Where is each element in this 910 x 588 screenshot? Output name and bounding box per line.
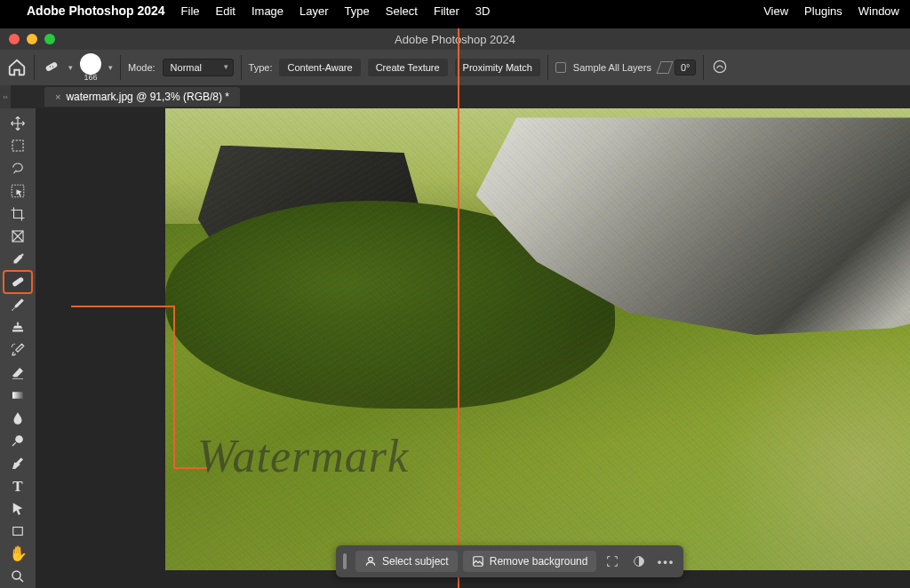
document-tab-label: watermark.jpg @ 91,3% (RGB/8) * [66, 91, 229, 103]
macos-menubar: Adobe Photoshop 2024 File Edit Image Lay… [0, 0, 910, 21]
type-content-aware-button[interactable]: Content-Aware [279, 59, 360, 76]
brush-tool[interactable] [4, 293, 32, 316]
svg-rect-0 [45, 61, 59, 72]
blur-tool[interactable] [4, 407, 32, 430]
remove-background-button[interactable]: Remove background [463, 551, 597, 572]
annotation-line [71, 306, 175, 307]
pen-tool[interactable] [4, 452, 32, 475]
menu-select[interactable]: Select [386, 4, 418, 18]
select-subject-button[interactable]: Select subject [355, 551, 458, 572]
svg-point-2 [52, 66, 54, 68]
brush-preview[interactable]: 166 [80, 53, 101, 82]
crop-tool[interactable] [4, 203, 32, 226]
pressure-size-icon[interactable] [711, 58, 729, 77]
history-brush-tool[interactable] [4, 338, 32, 362]
adjustment-icon[interactable] [628, 551, 650, 572]
path-select-tool[interactable] [4, 497, 32, 520]
move-tool[interactable] [4, 112, 32, 135]
eraser-tool[interactable] [4, 362, 32, 385]
select-subject-label: Select subject [382, 555, 449, 568]
svg-point-1 [50, 66, 52, 68]
transform-icon[interactable] [602, 551, 623, 572]
lasso-tool[interactable] [4, 157, 32, 180]
svg-point-12 [369, 557, 373, 561]
angle-icon [656, 61, 673, 74]
svg-rect-8 [12, 392, 23, 399]
brush-dropdown[interactable]: ▾ [108, 63, 113, 72]
image-content: Watermark [165, 108, 910, 570]
tool-preset-dropdown[interactable]: ▾ [68, 63, 73, 72]
app-menu[interactable]: Adobe Photoshop 2024 [27, 4, 165, 18]
options-bar: ▾ 166 ▾ Mode: Normal Type: Content-Aware… [0, 50, 910, 85]
svg-point-11 [12, 571, 20, 579]
type-label: Type: [249, 62, 273, 73]
clone-stamp-tool[interactable] [4, 316, 32, 339]
type-proximity-match-button[interactable]: Proximity Match [455, 59, 540, 76]
gradient-tool[interactable] [4, 384, 32, 407]
menu-image[interactable]: Image [251, 4, 283, 18]
rectangle-tool[interactable] [4, 520, 32, 544]
document-canvas[interactable]: Watermark [165, 108, 910, 570]
document-tabstrip: × watermark.jpg @ 91,3% (RGB/8) * [0, 85, 910, 108]
menu-3d[interactable]: 3D [475, 4, 491, 18]
type-create-texture-button[interactable]: Create Texture [368, 59, 448, 76]
menu-plugins[interactable]: Plugins [804, 4, 842, 18]
tools-panel: T ✋ [0, 108, 36, 588]
sample-all-layers-label: Sample All Layers [573, 62, 651, 73]
titlebar: Adobe Photoshop 2024 [0, 28, 910, 50]
annotation-line [173, 467, 207, 469]
type-tool[interactable]: T [4, 475, 32, 498]
comparison-divider[interactable] [458, 28, 459, 588]
sample-all-layers-checkbox[interactable] [555, 62, 566, 73]
frame-tool[interactable] [4, 226, 32, 249]
object-select-tool[interactable] [4, 180, 32, 203]
spot-healing-brush-tool[interactable] [4, 271, 32, 294]
watermark-text: Watermark [197, 430, 409, 482]
menu-file[interactable]: File [181, 4, 200, 18]
svg-point-3 [714, 60, 726, 72]
marquee-tool[interactable] [4, 135, 32, 158]
svg-rect-7 [12, 277, 24, 288]
contextual-task-bar[interactable]: Select subject Remove background ••• [336, 545, 683, 577]
menu-edit[interactable]: Edit [216, 4, 235, 18]
svg-rect-4 [12, 140, 23, 151]
angle-input[interactable]: 0° [675, 60, 697, 75]
home-button[interactable] [7, 58, 27, 77]
menu-layer[interactable]: Layer [299, 4, 329, 18]
menu-filter[interactable]: Filter [434, 4, 459, 18]
mode-select[interactable]: Normal [163, 59, 234, 76]
brush-size-value: 166 [84, 73, 97, 82]
drag-handle[interactable] [343, 553, 347, 569]
window-title: Adobe Photoshop 2024 [0, 33, 910, 46]
hand-tool[interactable]: ✋ [4, 543, 32, 566]
dodge-tool[interactable] [4, 429, 32, 452]
mode-label: Mode: [128, 62, 156, 73]
menu-window[interactable]: Window [858, 4, 899, 18]
panel-expand-handle[interactable]: ›› [0, 85, 11, 108]
annotation-line [173, 306, 175, 469]
menu-type[interactable]: Type [345, 4, 370, 18]
canvas-area[interactable]: Watermark Select subject Remove backgrou… [36, 108, 910, 588]
menu-view[interactable]: View [763, 4, 788, 18]
eyedropper-tool[interactable] [4, 248, 32, 271]
svg-point-9 [16, 436, 23, 443]
more-options-icon[interactable]: ••• [655, 551, 676, 572]
document-tab[interactable]: × watermark.jpg @ 91,3% (RGB/8) * [44, 87, 240, 107]
svg-rect-10 [13, 528, 23, 536]
app-window: Adobe Photoshop 2024 ▾ 166 ▾ Mode: Norma… [0, 28, 910, 588]
zoom-tool[interactable] [4, 566, 32, 588]
remove-background-label: Remove background [490, 555, 588, 568]
bandage-icon [42, 59, 61, 76]
close-tab-icon[interactable]: × [55, 91, 60, 102]
